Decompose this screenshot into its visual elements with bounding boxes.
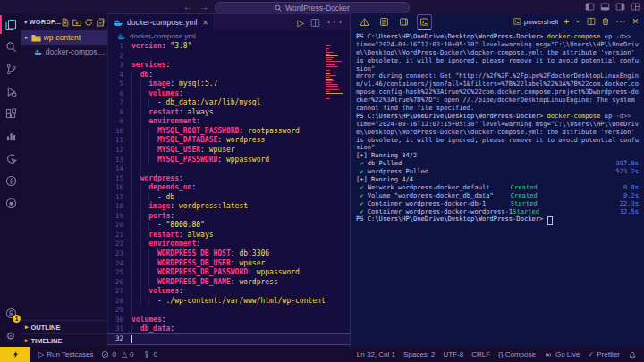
code-line[interactable]: 28- ./wp-content:/var/www/html/wp-conten… [108,297,350,307]
code-line[interactable]: 8restart: always [108,108,350,118]
code-line[interactable]: 1version: "3.8" [108,42,350,52]
timeline-section[interactable]: ▸ TIMELINE [21,333,107,347]
code-line[interactable]: 4db: [108,71,350,80]
eol-sequence[interactable]: CRLF [471,350,490,358]
toggle-panel-icon[interactable] [600,2,610,12]
code-line[interactable]: 5image: mysql:5.7 [108,80,350,89]
ports-indicator[interactable]: 0 [142,350,157,359]
code-line[interactable]: 21restart: always [108,231,350,240]
terminal-line: is obsolete, it will be ignored, please … [356,137,642,145]
code-line[interactable]: 29 [108,306,350,316]
breadcrumb-item[interactable]: docker-compose.yml [130,32,196,40]
outline-section[interactable]: ▸ OUTLINE [21,320,107,333]
code-line[interactable]: 17- db [108,193,350,203]
code-line[interactable]: 32 [108,334,350,344]
chevron-down-icon[interactable]: ▾ [24,19,28,26]
code-line[interactable]: 19ports: [108,212,350,222]
prettier-button[interactable]: ✓ Prettier [589,350,621,358]
docker-icon [117,33,126,40]
terminal-tab-icon[interactable] [417,14,432,29]
new-terminal-icon[interactable]: + [564,16,569,27]
debug-console-tab-icon[interactable] [397,15,411,29]
refresh-icon[interactable] [84,18,93,27]
breadcrumb[interactable]: docker-compose.yml [108,30,350,42]
code-line[interactable]: 3services: [108,61,350,71]
problems-tab-icon[interactable] [358,15,371,29]
settings-gear-icon[interactable]: ⚙ [0,324,21,347]
broadcast-icon [544,350,553,359]
more-actions-icon[interactable]: ··· [615,17,626,26]
tree-item-docker-compose[interactable]: docker-compose.yml [21,45,107,59]
code-line[interactable]: 10MYSQL_ROOT_PASSWORD: rootpassword [108,127,350,137]
toggle-secondary-sidebar-icon[interactable] [615,2,625,12]
code-line[interactable]: 7- db_data:/var/lib/mysql [108,98,350,108]
close-panel-icon[interactable]: ✕ [631,17,639,26]
timeline-label: TIMELINE [31,337,63,345]
collapse-all-icon[interactable] [96,18,105,27]
shell-label: powershell [524,18,558,26]
code-line[interactable]: 23WORDPRESS_DB_HOST: db:3306 [108,249,350,259]
shell-session[interactable]: powershell [513,17,558,26]
terminal-output[interactable]: PS C:\Users\HP\OneDrive\Desktop\WordPres… [351,29,644,347]
code-line[interactable]: 26WORDPRESS_DB_NAME: wordpress [108,278,350,288]
tab-docker-compose[interactable]: docker-compose.yml ✕ [108,14,215,30]
customize-layout-icon[interactable] [631,2,640,12]
accounts-icon[interactable]: 1 [0,302,21,324]
code-line[interactable]: 22environment: [108,240,350,249]
code-editor[interactable]: 1version: "3.8"23services:4db:5image: my… [108,42,350,347]
code-line[interactable]: 30volumes: [108,316,350,325]
code-line[interactable]: 11MYSQL_DATABASE: wordpress [108,136,350,146]
github-icon[interactable] [0,192,21,215]
notifications-bell-icon[interactable] [628,350,637,359]
search-value: WordPress-Docker [285,4,350,13]
code-line[interactable]: 27volumes: [108,287,350,297]
code-line[interactable]: 2 [108,52,350,62]
source-control-icon[interactable] [0,58,21,80]
go-live-button[interactable]: Go Live [544,350,580,359]
chart-extension-icon[interactable] [0,125,21,147]
code-line[interactable]: 14 [108,164,350,174]
encoding[interactable]: UTF-8 [444,350,464,358]
kill-terminal-icon[interactable] [601,17,610,26]
terminal-dropdown-icon[interactable] [574,18,581,25]
chevron-right-icon: ▸ [25,34,29,41]
code-line[interactable]: 24WORDPRESS_DB_USER: wpuser [108,259,350,269]
code-line[interactable]: 25WORDPRESS_DB_PASSWORD: wppassword [108,268,350,278]
toggle-sidebar-icon[interactable] [585,2,595,12]
code-line[interactable]: 20- "8000:80" [108,221,350,231]
code-line[interactable]: 9environment: [108,117,350,127]
code-line[interactable]: 16depends_on: [108,183,350,193]
command-center-search[interactable]: WordPress-Docker [215,2,410,13]
run-file-icon[interactable]: ▷ [297,18,304,28]
run-debug-icon[interactable] [0,80,21,103]
problems-summary[interactable]: 0 △ 0 [101,350,133,358]
thunder-client-icon[interactable] [0,170,21,192]
cursor-position[interactable]: Ln 32, Col 1 [357,350,395,358]
close-tab-icon[interactable]: ✕ [202,19,208,27]
new-folder-icon[interactable] [72,18,81,27]
minimap[interactable] [326,45,345,102]
indentation[interactable]: Spaces: 2 [403,350,436,358]
code-line[interactable]: 18image: wordpress:latest [108,202,350,212]
search-view-icon[interactable] [0,36,21,58]
output-tab-icon[interactable] [377,15,391,29]
extensions-icon[interactable] [0,103,21,125]
code-line[interactable]: 13MYSQL_PASSWORD: wppassword [108,156,350,165]
split-editor-icon[interactable] [310,18,320,28]
new-file-icon[interactable] [61,18,70,27]
nav-back-icon[interactable]: ← [183,0,192,13]
code-line[interactable]: 15wordpress: [108,174,350,184]
tree-item-wp-content[interactable]: ▸ wp-content [21,30,107,45]
explorer-icon[interactable] [0,13,21,36]
nav-forward-icon[interactable]: → [199,0,208,13]
split-terminal-icon[interactable] [587,17,596,26]
code-line[interactable]: 31db_data: [108,324,350,334]
language-mode[interactable]: {} Compose [498,350,536,358]
live-share-icon[interactable] [0,147,21,170]
code-line[interactable]: 6volumes: [108,89,350,99]
remote-indicator[interactable] [0,347,30,362]
run-testcases-button[interactable]: ▷ Run Testcases [38,350,93,358]
code-line[interactable]: 12MYSQL_USER: wpuser [108,146,350,156]
more-actions-icon[interactable]: ··· [326,14,343,30]
folder-icon [31,34,41,42]
